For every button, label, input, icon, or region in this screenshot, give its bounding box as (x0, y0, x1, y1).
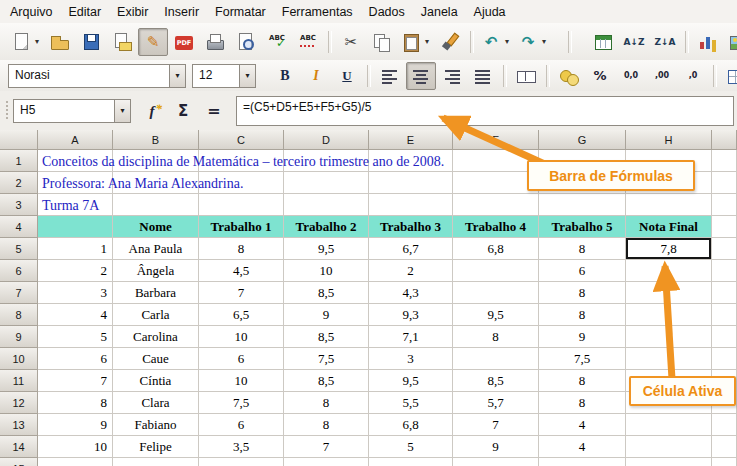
cell-H6[interactable] (626, 260, 712, 282)
row-header-6[interactable]: 6 (0, 260, 38, 282)
column-header-G[interactable]: G (539, 130, 626, 150)
name-box[interactable]: H5 (13, 99, 131, 123)
align-justify-button[interactable] (468, 62, 498, 90)
cell-G14[interactable]: 4 (539, 436, 626, 458)
align-center-button[interactable] (406, 62, 436, 90)
menu-editar[interactable]: Editar (60, 2, 109, 22)
cell-D2[interactable] (284, 172, 369, 194)
cell-F4[interactable]: Trabalho 4 (453, 216, 539, 238)
menu-exibir[interactable]: Exibir (109, 2, 156, 22)
cell-A6[interactable]: 2 (38, 260, 113, 282)
column-header-E[interactable]: E (369, 130, 453, 150)
cell-I1[interactable] (712, 150, 737, 172)
cell-E12[interactable]: 5,5 (369, 392, 453, 414)
cell-H3[interactable] (626, 194, 712, 216)
dropdown-arrow-icon[interactable] (239, 65, 255, 87)
cell-F14[interactable]: 9 (453, 436, 539, 458)
cell-A8[interactable]: 4 (38, 304, 113, 326)
cell-E13[interactable]: 6,8 (369, 414, 453, 436)
open-file-button[interactable] (45, 28, 75, 56)
cell-G10[interactable]: 7,5 (539, 348, 626, 370)
cell-A4[interactable] (38, 216, 113, 238)
cell-G4[interactable]: Trabalho 5 (539, 216, 626, 238)
cell-E4[interactable]: Trabalho 3 (369, 216, 453, 238)
cell-F13[interactable]: 7 (453, 414, 539, 436)
cell-I7[interactable] (712, 282, 737, 304)
font-size-select[interactable]: 12 (192, 64, 256, 88)
cell-H14[interactable] (626, 436, 712, 458)
cell-B13[interactable]: Fabiano (113, 414, 199, 436)
dropdown-arrow-icon[interactable] (539, 29, 549, 55)
align-right-button[interactable] (437, 62, 467, 90)
equals-button[interactable]: = (199, 97, 229, 125)
cell-G12[interactable]: 8 (539, 392, 626, 414)
cell-B12[interactable]: Clara (113, 392, 199, 414)
cell-I3[interactable] (712, 194, 737, 216)
auto-spellcheck-button[interactable]: ABC (293, 28, 323, 56)
dropdown-arrow-icon[interactable] (32, 29, 42, 55)
cell-B10[interactable]: Caue (113, 348, 199, 370)
cell-E15[interactable] (369, 458, 453, 466)
menu-ferramentas[interactable]: Ferramentas (274, 2, 361, 22)
cell-F6[interactable] (453, 260, 539, 282)
menu-ajuda[interactable]: Ajuda (466, 2, 514, 22)
cell-C6[interactable]: 4,5 (199, 260, 284, 282)
cell-E10[interactable]: 3 (369, 348, 453, 370)
cell-F11[interactable]: 8,5 (453, 370, 539, 392)
cell-D5[interactable]: 9,5 (284, 238, 369, 260)
navigator-table-button[interactable] (588, 28, 618, 56)
cell-H4[interactable]: Nota Final (626, 216, 712, 238)
cell-C15[interactable] (199, 458, 284, 466)
document-as-email-button[interactable] (107, 28, 137, 56)
cell-F5[interactable]: 6,8 (453, 238, 539, 260)
merge-cells-button[interactable] (511, 62, 541, 90)
bold-button[interactable]: B (270, 62, 300, 90)
cell-A7[interactable]: 3 (38, 282, 113, 304)
sort-ascending-button[interactable]: A↓Z (619, 28, 649, 56)
cell-C9[interactable]: 10 (199, 326, 284, 348)
row-header-7[interactable]: 7 (0, 282, 38, 304)
cell-B3[interactable] (113, 194, 199, 216)
row-header-14[interactable]: 14 (0, 436, 38, 458)
cell-D13[interactable]: 8 (284, 414, 369, 436)
underline-button[interactable]: U (332, 62, 362, 90)
cell-D9[interactable]: 8,5 (284, 326, 369, 348)
cell-B8[interactable]: Carla (113, 304, 199, 326)
cell-E11[interactable]: 9,5 (369, 370, 453, 392)
cell-F12[interactable]: 5,7 (453, 392, 539, 414)
cell-A9[interactable]: 5 (38, 326, 113, 348)
cell-A5[interactable]: 1 (38, 238, 113, 260)
new-document-button[interactable] (8, 28, 44, 56)
cell-D6[interactable]: 10 (284, 260, 369, 282)
cell-C5[interactable]: 8 (199, 238, 284, 260)
cell-E6[interactable]: 2 (369, 260, 453, 282)
cell-H8[interactable] (626, 304, 712, 326)
cell-I15[interactable] (712, 458, 737, 466)
cell-G13[interactable]: 4 (539, 414, 626, 436)
cell-A10[interactable]: 6 (38, 348, 113, 370)
cell-D8[interactable]: 9 (284, 304, 369, 326)
row-header-12[interactable]: 12 (0, 392, 38, 414)
cell-C12[interactable]: 7,5 (199, 392, 284, 414)
cell-E9[interactable]: 7,1 (369, 326, 453, 348)
cell-B9[interactable]: Carolina (113, 326, 199, 348)
cell-C8[interactable]: 6,5 (199, 304, 284, 326)
row-header-10[interactable]: 10 (0, 348, 38, 370)
cell-H9[interactable] (626, 326, 712, 348)
sort-descending-button[interactable]: Z↓A (650, 28, 680, 56)
cell-B5[interactable]: Ana Paula (113, 238, 199, 260)
cell-E14[interactable]: 5 (369, 436, 453, 458)
row-header-11[interactable]: 11 (0, 370, 38, 392)
menu-dados[interactable]: Dados (361, 2, 413, 22)
row-header-4[interactable]: 4 (0, 216, 38, 238)
currency-button[interactable] (554, 62, 584, 90)
menu-janela[interactable]: Janela (413, 2, 466, 22)
cell-C10[interactable]: 6 (199, 348, 284, 370)
cell-H13[interactable] (626, 414, 712, 436)
cell-I4[interactable] (712, 216, 737, 238)
row-header-1[interactable]: 1 (0, 150, 38, 172)
cell-I10[interactable] (712, 348, 737, 370)
cell-D11[interactable]: 8,5 (284, 370, 369, 392)
font-name-select[interactable]: Norasi (8, 64, 186, 88)
row-header-5[interactable]: 5 (0, 238, 38, 260)
